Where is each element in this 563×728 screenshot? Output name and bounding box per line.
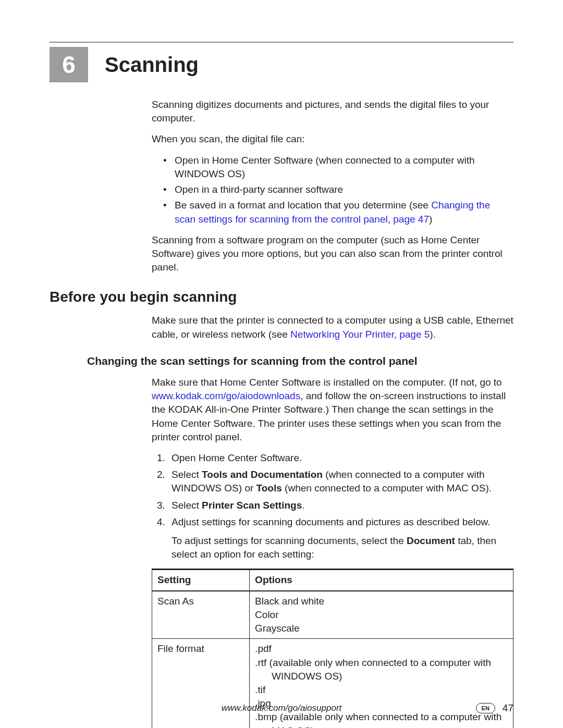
step-4: 4.Adjust settings for scanning documents… xyxy=(157,515,513,529)
section3-p1: Make sure that Home Center Software is i… xyxy=(152,376,513,444)
intro-bullet: Open in Home Center Software (when conne… xyxy=(163,154,513,181)
table-row: Scan As Black and white Color Grayscale xyxy=(152,591,513,639)
heading-before-scanning: Before you begin scanning xyxy=(50,289,513,305)
chapter-number: 6 xyxy=(62,51,76,79)
chapter-number-box: 6 xyxy=(50,47,88,82)
section2-p1: Make sure that the printer is connected … xyxy=(152,314,513,341)
cell-options: .pdf .rtf (available only when connected… xyxy=(250,639,513,728)
section2-body: Make sure that the printer is connected … xyxy=(152,314,513,341)
link-networking-printer[interactable]: Networking Your Printer, page 5 xyxy=(290,329,430,340)
footer-url: www.kodak.com/go/aiosupport xyxy=(222,703,342,713)
chapter-title: Scanning xyxy=(105,53,199,77)
intro-p1: Scanning digitizes documents and picture… xyxy=(152,98,513,125)
intro-bullet: Open in a third-party scanner software xyxy=(163,183,513,196)
table-row: File format .pdf .rtf (available only wh… xyxy=(152,639,513,728)
top-rule xyxy=(50,42,513,43)
table-header-row: Setting Options xyxy=(152,570,513,591)
page-number: 47 xyxy=(503,702,513,714)
link-aiodownloads[interactable]: www.kodak.com/go/aiodownloads xyxy=(152,390,300,401)
steps-list: 1.Open Home Center Software. 2. Select T… xyxy=(152,451,513,529)
step-1: 1.Open Home Center Software. xyxy=(157,451,513,465)
cell-setting: File format xyxy=(152,639,250,728)
intro-p3: Scanning from a software program on the … xyxy=(152,233,513,275)
col-setting: Setting xyxy=(152,570,250,591)
intro-block: Scanning digitizes documents and picture… xyxy=(152,98,513,274)
col-options: Options xyxy=(250,570,513,591)
intro-p2: When you scan, the digital file can: xyxy=(152,132,513,146)
section3-body: Make sure that Home Center Software is i… xyxy=(152,376,513,728)
heading-changing-scan-settings: Changing the scan settings for scanning … xyxy=(87,355,513,367)
language-badge: EN xyxy=(476,703,495,713)
cell-options: Black and white Color Grayscale xyxy=(250,591,513,639)
section3-p-after: To adjust settings for scanning document… xyxy=(152,534,513,561)
intro-bullet-list: Open in Home Center Software (when conne… xyxy=(152,154,513,226)
step-2: 2. Select Tools and Documentation (when … xyxy=(157,468,513,495)
cell-setting: Scan As xyxy=(152,591,250,639)
intro-bullet: Be saved in a format and location that y… xyxy=(163,199,513,226)
step-3: 3. Select Printer Scan Settings. xyxy=(157,499,513,512)
chapter-header: 6 Scanning xyxy=(50,47,513,82)
